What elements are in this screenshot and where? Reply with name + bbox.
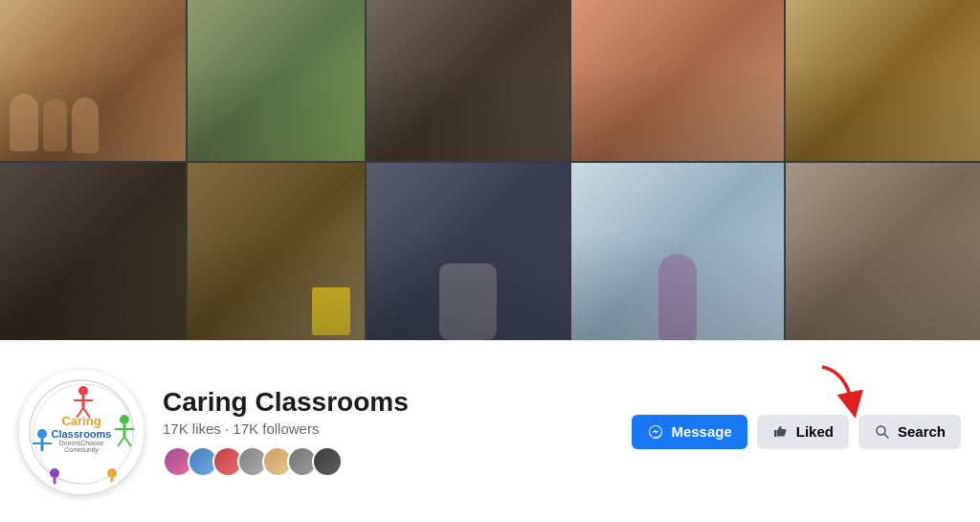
search-button[interactable]: Search	[858, 415, 961, 449]
liked-button[interactable]: Liked	[757, 415, 849, 449]
svg-line-20	[884, 434, 888, 438]
svg-point-11	[107, 468, 117, 478]
logo-community-text: Community	[52, 446, 112, 453]
page-logo: Caring Classrooms DonorsChoose Community	[29, 379, 134, 485]
search-icon	[874, 423, 891, 441]
thumbs-up-icon	[772, 423, 790, 441]
search-svg	[875, 424, 890, 440]
liked-label: Liked	[796, 423, 834, 440]
page-stats: 17K likes · 17K followers	[163, 420, 632, 437]
photo-tile	[786, 0, 980, 161]
photo-tile	[786, 163, 980, 340]
logo-caring-text: Caring	[52, 415, 112, 428]
photo-tile	[188, 0, 365, 161]
photo-tile	[367, 163, 569, 340]
follower-avatar	[312, 446, 343, 477]
photo-col-4	[571, 0, 784, 340]
photo-tile	[571, 163, 784, 340]
profile-area: Caring Classrooms DonorsChoose Community…	[0, 340, 980, 522]
page-name: Caring Classrooms	[163, 386, 632, 419]
photo-tile	[0, 0, 186, 161]
messenger-icon	[647, 423, 664, 441]
photo-tile	[188, 163, 365, 340]
photo-col-3	[367, 0, 569, 340]
cover-photo	[0, 0, 980, 340]
search-label: Search	[898, 423, 946, 440]
facebook-page: Caring Classrooms DonorsChoose Community…	[0, 0, 980, 522]
logo-classrooms-text: Classrooms	[52, 428, 112, 440]
messenger-svg	[648, 424, 663, 440]
message-button[interactable]: Message	[632, 415, 746, 449]
profile-info: Caring Classrooms 17K likes · 17K follow…	[163, 386, 632, 478]
photo-col-1	[0, 0, 186, 340]
followers-avatars	[163, 446, 632, 477]
thumbs-up-svg	[773, 424, 789, 440]
message-label: Message	[671, 423, 731, 440]
logo-donors-text: DonorsChoose	[52, 440, 112, 446]
photo-tile	[571, 0, 784, 161]
svg-point-15	[37, 429, 47, 439]
svg-point-1	[78, 386, 88, 396]
photo-tile	[0, 163, 186, 340]
action-buttons: Message Liked Search	[632, 415, 961, 449]
svg-point-6	[120, 415, 129, 424]
photo-collage	[0, 0, 980, 340]
photo-col-2	[188, 0, 365, 340]
profile-picture: Caring Classrooms DonorsChoose Community	[19, 370, 144, 494]
photo-col-5	[786, 0, 980, 340]
svg-point-13	[50, 468, 59, 478]
photo-tile	[367, 0, 569, 161]
